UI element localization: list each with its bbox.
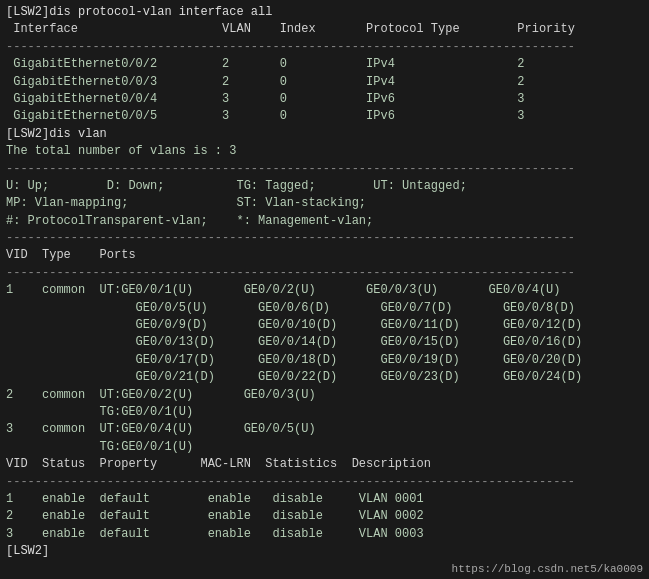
terminal-line-l3: ----------------------------------------…: [6, 39, 643, 56]
terminal-line-l2: Interface VLAN Index Protocol Type Prior…: [6, 21, 643, 38]
terminal-line-l5: GigabitEthernet0/0/3 2 0 IPv4 2: [6, 74, 643, 91]
terminal-line-l19: GE0/0/9(D) GE0/0/10(D) GE0/0/11(D) GE0/0…: [6, 317, 643, 334]
terminal-line-l7: GigabitEthernet0/0/5 3 0 IPv6 3: [6, 108, 643, 125]
terminal-line-l31: 3 enable default enable disable VLAN 000…: [6, 526, 643, 543]
terminal-line-l32: [LSW2]: [6, 543, 643, 560]
terminal-line-l14: ----------------------------------------…: [6, 230, 643, 247]
terminal-line-l23: 2 common UT:GE0/0/2(U) GE0/0/3(U): [6, 387, 643, 404]
terminal-line-l22: GE0/0/21(D) GE0/0/22(D) GE0/0/23(D) GE0/…: [6, 369, 643, 386]
terminal-line-l6: GigabitEthernet0/0/4 3 0 IPv6 3: [6, 91, 643, 108]
terminal-line-l25: 3 common UT:GE0/0/4(U) GE0/0/5(U): [6, 421, 643, 438]
terminal-line-l20: GE0/0/13(D) GE0/0/14(D) GE0/0/15(D) GE0/…: [6, 334, 643, 351]
terminal-line-l21: GE0/0/17(D) GE0/0/18(D) GE0/0/19(D) GE0/…: [6, 352, 643, 369]
terminal-line-l30: 2 enable default enable disable VLAN 000…: [6, 508, 643, 525]
terminal-line-l18: GE0/0/5(U) GE0/0/6(D) GE0/0/7(D) GE0/0/8…: [6, 300, 643, 317]
terminal-line-l4: GigabitEthernet0/0/2 2 0 IPv4 2: [6, 56, 643, 73]
terminal-line-l28: ----------------------------------------…: [6, 474, 643, 491]
terminal-window: [LSW2]dis protocol-vlan interface all In…: [0, 0, 649, 579]
terminal-line-l17: 1 common UT:GE0/0/1(U) GE0/0/2(U) GE0/0/…: [6, 282, 643, 299]
terminal-line-l13: #: ProtocolTransparent-vlan; *: Manageme…: [6, 213, 643, 230]
terminal-line-l10: ----------------------------------------…: [6, 161, 643, 178]
terminal-line-l1: [LSW2]dis protocol-vlan interface all: [6, 4, 643, 21]
terminal-line-l12: MP: Vlan-mapping; ST: Vlan-stacking;: [6, 195, 643, 212]
terminal-line-l11: U: Up; D: Down; TG: Tagged; UT: Untagged…: [6, 178, 643, 195]
terminal-line-l29: 1 enable default enable disable VLAN 000…: [6, 491, 643, 508]
terminal-line-l27: VID Status Property MAC-LRN Statistics D…: [6, 456, 643, 473]
terminal-line-l15: VID Type Ports: [6, 247, 643, 264]
terminal-line-l26: TG:GE0/0/1(U): [6, 439, 643, 456]
watermark: https://blog.csdn.net5/ka0009: [452, 563, 643, 575]
terminal-line-l16: ----------------------------------------…: [6, 265, 643, 282]
terminal-line-l24: TG:GE0/0/1(U): [6, 404, 643, 421]
terminal-line-l9: The total number of vlans is : 3: [6, 143, 643, 160]
terminal-line-l8: [LSW2]dis vlan: [6, 126, 643, 143]
